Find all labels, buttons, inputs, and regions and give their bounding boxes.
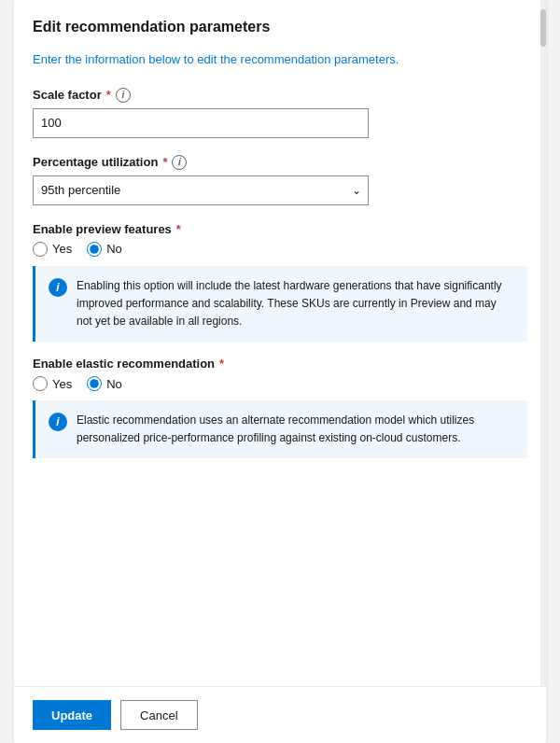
percentage-utilization-group: Percentage utilization * i 95th percenti…: [33, 155, 527, 205]
enable-preview-info-box: i Enabling this option will include the …: [33, 266, 527, 343]
enable-preview-required: *: [176, 222, 181, 236]
footer: Update Cancel: [14, 686, 546, 743]
panel-title: Edit recommendation parameters: [33, 19, 527, 35]
enable-elastic-info-icon: i: [49, 413, 67, 431]
enable-elastic-required: *: [219, 357, 224, 371]
update-button[interactable]: Update: [33, 700, 111, 730]
enable-elastic-yes-option[interactable]: Yes: [33, 376, 72, 391]
edit-panel: Edit recommendation parameters Enter the…: [14, 0, 546, 743]
enable-preview-yes-option[interactable]: Yes: [33, 242, 72, 257]
scrollbar[interactable]: [540, 0, 546, 743]
enable-elastic-info-text: Elastic recommendation uses an alternate…: [77, 412, 514, 447]
intro-text: Enter the information below to edit the …: [33, 50, 527, 69]
scale-factor-required: *: [106, 88, 111, 102]
enable-elastic-info-box: i Elastic recommendation uses an alterna…: [33, 400, 527, 458]
enable-preview-no-radio[interactable]: [87, 242, 102, 257]
enable-elastic-label-text: Enable elastic recommendation: [33, 357, 215, 371]
enable-elastic-no-radio[interactable]: [87, 376, 102, 391]
percentage-utilization-select[interactable]: 95th percentile 50th percentile 99th per…: [33, 175, 369, 205]
enable-elastic-no-label: No: [106, 377, 122, 391]
enable-elastic-radio-group: Yes No: [33, 376, 527, 391]
enable-preview-yes-label: Yes: [52, 242, 72, 256]
scrollbar-thumb: [540, 9, 546, 47]
enable-preview-label: Enable preview features *: [33, 222, 527, 236]
enable-preview-no-label: No: [106, 242, 122, 256]
enable-preview-no-option[interactable]: No: [87, 242, 122, 257]
percentage-utilization-label: Percentage utilization * i: [33, 155, 527, 170]
enable-preview-label-text: Enable preview features: [33, 222, 172, 236]
enable-preview-info-icon: i: [49, 278, 67, 297]
percentage-utilization-select-wrapper: 95th percentile 50th percentile 99th per…: [33, 175, 369, 205]
scale-factor-input[interactable]: [33, 108, 369, 138]
scale-factor-label: Scale factor * i: [33, 88, 527, 103]
enable-preview-info-text: Enabling this option will include the la…: [77, 277, 514, 331]
enable-elastic-label: Enable elastic recommendation *: [33, 357, 527, 371]
scale-factor-group: Scale factor * i: [33, 88, 527, 138]
cancel-button[interactable]: Cancel: [120, 700, 197, 730]
enable-preview-radio-group: Yes No: [33, 242, 527, 257]
percentage-utilization-required: *: [162, 155, 167, 169]
enable-elastic-yes-radio[interactable]: [33, 376, 48, 391]
enable-elastic-yes-label: Yes: [52, 377, 72, 391]
enable-elastic-group: Enable elastic recommendation * Yes No i…: [33, 357, 527, 458]
scale-factor-label-text: Scale factor: [33, 88, 102, 102]
enable-elastic-no-option[interactable]: No: [87, 376, 122, 391]
scale-factor-info-icon[interactable]: i: [116, 88, 131, 103]
enable-preview-yes-radio[interactable]: [33, 242, 48, 257]
percentage-utilization-info-icon[interactable]: i: [172, 155, 187, 170]
percentage-utilization-label-text: Percentage utilization: [33, 155, 158, 169]
enable-preview-group: Enable preview features * Yes No i Enabl…: [33, 222, 527, 343]
